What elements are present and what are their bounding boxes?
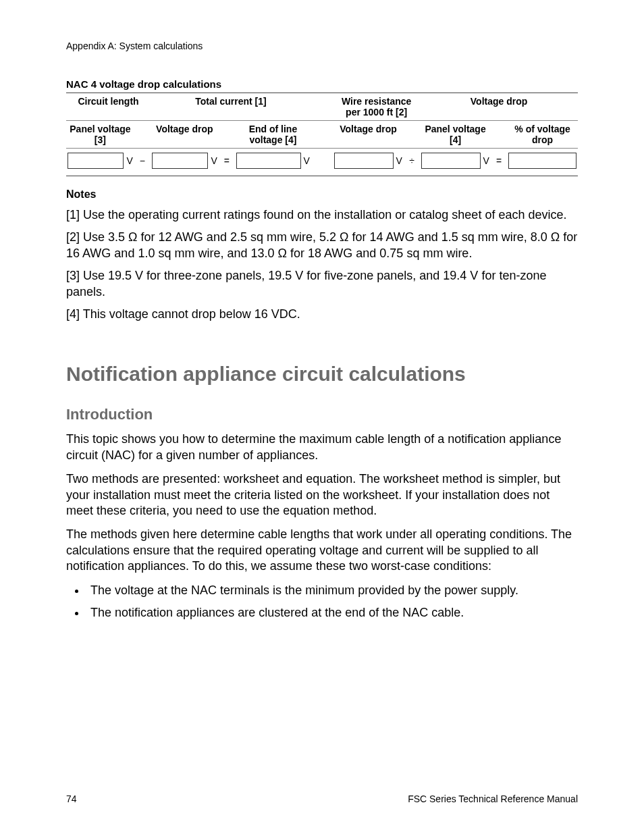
table-title: NAC 4 voltage drop calculations xyxy=(66,78,578,90)
op-minus: − xyxy=(134,149,151,176)
bullet-2: The notification appliances are clustere… xyxy=(86,604,578,621)
hdr-panel-voltage-3: Panel voltage [3] xyxy=(66,121,134,149)
section-heading: Notification appliance circuit calculati… xyxy=(66,363,578,386)
input-percent-drop[interactable] xyxy=(508,153,576,169)
paragraph-2: Two methods are presented: worksheet and… xyxy=(66,471,578,519)
hdr-circuit-length: Circuit length xyxy=(66,93,151,121)
cell-voltage-drop-a: V xyxy=(152,153,217,169)
hdr-voltage-drop-1: Voltage drop xyxy=(420,93,578,121)
running-header: Appendix A: System calculations xyxy=(66,41,578,51)
calc-table: Circuit length Total current [1] Wire re… xyxy=(66,93,578,176)
input-panel-voltage[interactable] xyxy=(68,153,124,169)
unit-v: V xyxy=(395,155,402,166)
input-voltage-drop-b[interactable] xyxy=(334,153,393,169)
input-end-of-line[interactable] xyxy=(236,153,301,169)
doc-title: FSC Series Technical Reference Manual xyxy=(408,793,578,804)
op-equals-2: = xyxy=(491,149,507,176)
hdr-total-current: Total current [1] xyxy=(151,93,311,121)
bullet-list: The voltage at the NAC terminals is the … xyxy=(66,582,578,621)
hdr-percent-drop: % of voltage drop xyxy=(507,121,578,149)
note-1: [1] Use the operating current ratings fo… xyxy=(66,207,578,223)
unit-v: V xyxy=(482,155,489,166)
hdr-end-of-line: End of line voltage [4] xyxy=(235,121,311,149)
op-equals-1: = xyxy=(219,149,235,176)
hdr-wire-resistance: Wire resistance per 1000 ft [2] xyxy=(333,93,420,121)
unit-v: V xyxy=(209,155,217,166)
page: Appendix A: System calculations NAC 4 vo… xyxy=(0,0,644,834)
cell-end-of-line: V xyxy=(236,153,310,169)
op-divide: ÷ xyxy=(404,149,420,176)
cell-panel-voltage-b: V xyxy=(421,153,489,169)
paragraph-1: This topic shows you how to determine th… xyxy=(66,432,578,463)
cell-voltage-drop-b: V xyxy=(334,153,402,169)
bullet-1: The voltage at the NAC terminals is the … xyxy=(86,582,578,598)
input-voltage-drop-a[interactable] xyxy=(152,153,208,169)
hdr-voltage-drop-3: Voltage drop xyxy=(333,121,404,149)
input-panel-voltage-b[interactable] xyxy=(421,153,480,169)
hdr-panel-voltage-4: Panel voltage [4] xyxy=(420,121,491,149)
cell-panel-voltage: V xyxy=(68,153,133,169)
unit-v: V xyxy=(125,155,132,166)
note-3: [3] Use 19.5 V for three-zone panels, 19… xyxy=(66,268,578,300)
notes-heading: Notes xyxy=(66,188,578,201)
hdr-voltage-drop-2: Voltage drop xyxy=(151,121,219,149)
page-number: 74 xyxy=(66,793,77,804)
note-4: [4] This voltage cannot drop below 16 VD… xyxy=(66,307,578,322)
unit-v: V xyxy=(302,155,310,166)
paragraph-3: The methods given here determine cable l… xyxy=(66,527,578,574)
subsection-heading: Introduction xyxy=(66,406,578,423)
cell-percent-drop xyxy=(508,153,576,169)
footer: 74 FSC Series Technical Reference Manual xyxy=(66,793,578,804)
note-2: [2] Use 3.5 Ω for 12 AWG and 2.5 sq mm w… xyxy=(66,230,578,261)
